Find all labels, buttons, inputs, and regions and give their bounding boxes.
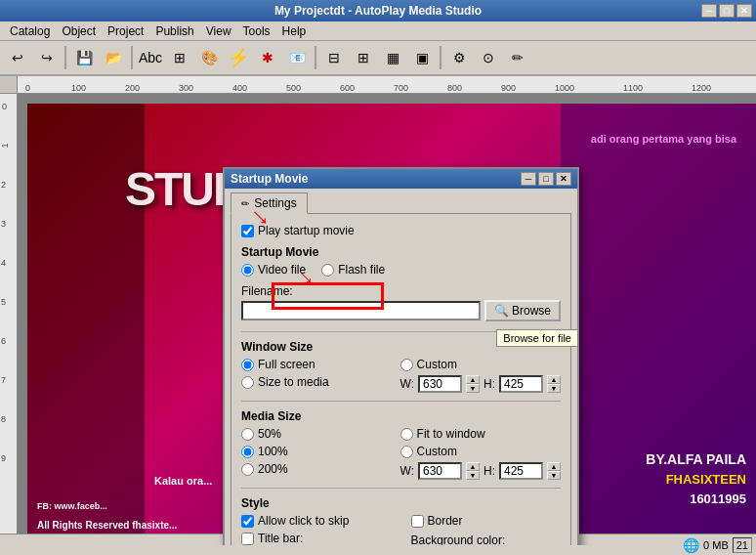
media-size-left: 50% 100% 200% <box>241 427 381 480</box>
toolbar-save[interactable]: 💾 <box>70 44 98 71</box>
dialog-window-controls: ─ □ ✕ <box>521 172 571 186</box>
width-down[interactable]: ▼ <box>466 384 480 393</box>
menu-tools[interactable]: Tools <box>237 22 276 40</box>
width-input[interactable] <box>418 375 462 393</box>
width-up[interactable]: ▲ <box>466 375 480 384</box>
toolbar-pdf[interactable]: ✱ <box>254 44 281 71</box>
height-up[interactable]: ▲ <box>547 375 561 384</box>
dialog-close[interactable]: ✕ <box>556 172 571 186</box>
menu-object[interactable]: Object <box>56 22 102 40</box>
close-button[interactable]: ✕ <box>736 4 752 18</box>
w2-label: W: <box>400 464 414 478</box>
app-title: My Projectdt - AutoPlay Media Studio <box>274 4 482 18</box>
filename-label: Filename: <box>241 284 561 298</box>
toolbar-forward[interactable]: ↪ <box>33 44 61 71</box>
media-height-up[interactable]: ▲ <box>547 462 561 471</box>
border-label: Border <box>428 514 463 528</box>
startup-movie-dialog: Startup Movie ─ □ ✕ ✏ Settings <box>223 167 579 545</box>
toolbar-circle[interactable]: ⊙ <box>475 44 502 71</box>
h2-label: H: <box>483 464 495 478</box>
toolbar-square2[interactable]: ⊞ <box>350 44 377 71</box>
style-right: Border Background color: ▼ <box>411 514 562 545</box>
media-height-input[interactable] <box>499 462 543 480</box>
toolbar-square1[interactable]: ⊟ <box>320 44 348 71</box>
allow-click-label: Allow click to skip <box>258 514 349 528</box>
menu-view[interactable]: View <box>200 22 237 40</box>
dialog-title: Startup Movie <box>231 172 308 186</box>
menu-project[interactable]: Project <box>102 22 149 40</box>
fit-to-win-radio[interactable] <box>400 428 413 441</box>
custom-media-option: Custom <box>400 445 561 458</box>
flash-file-radio[interactable] <box>321 264 334 277</box>
browse-tooltip: Browse for file <box>496 329 578 347</box>
dialog-maximize[interactable]: □ <box>538 172 554 186</box>
toolbar: ↩ ↪ 💾 📂 Abc ⊞ 🎨 ⚡ ✱ 📧 ⊟ ⊞ ▦ ▣ ⚙ ⊙ ✏ <box>0 41 756 76</box>
height-input[interactable] <box>499 375 543 393</box>
size-to-media-radio[interactable] <box>241 376 254 389</box>
custom-media-radio[interactable] <box>400 446 413 458</box>
h-label: H: <box>483 377 495 391</box>
pct200-radio[interactable] <box>241 463 254 476</box>
pct50-label: 50% <box>258 427 281 441</box>
menubar: Catalog Object Project Publish View Tool… <box>0 21 756 41</box>
custom-wh-row: W: ▲ ▼ H: ▲ <box>400 375 561 393</box>
media-width-up[interactable]: ▲ <box>466 462 480 471</box>
pct100-radio[interactable] <box>241 446 254 458</box>
settings-tab-icon: ✏ <box>241 198 249 209</box>
height-down[interactable]: ▼ <box>547 384 561 393</box>
toolbar-grid3[interactable]: ▣ <box>408 44 436 71</box>
media-size-options: 50% 100% 200% <box>241 427 561 480</box>
minimize-button[interactable]: ─ <box>701 4 717 18</box>
toolbar-paint[interactable]: 🎨 <box>195 44 223 71</box>
menu-catalog[interactable]: Catalog <box>4 22 56 40</box>
toolbar-settings[interactable]: ⚙ <box>445 44 473 71</box>
dialog-titlebar: Startup Movie ─ □ ✕ <box>225 169 577 189</box>
menu-publish[interactable]: Publish <box>149 22 199 40</box>
browse-button[interactable]: 🔍 Browse Browse for file <box>484 300 561 321</box>
filename-input[interactable] <box>241 301 481 320</box>
play-startup-checkbox[interactable] <box>241 225 254 237</box>
maximize-button[interactable]: □ <box>719 4 735 18</box>
startup-movie-label: Startup Movie <box>241 245 561 259</box>
size-to-media-option: Size to media <box>241 375 381 389</box>
ruler-container: 0 100 200 300 400 500 600 700 800 900 10… <box>0 76 756 94</box>
fit-to-win-option: Fit to window <box>400 427 561 441</box>
title-bar-checkbox[interactable] <box>241 533 254 545</box>
toolbar-open[interactable]: 📂 <box>100 44 127 71</box>
bg-color-row: Background color: ▼ <box>411 534 562 545</box>
media-width-down[interactable]: ▼ <box>466 471 480 480</box>
tab-settings[interactable]: ✏ Settings <box>231 192 308 214</box>
canvas-area[interactable]: Kalau ora... FB: www.faceb... All Rights… <box>18 94 756 545</box>
dialog-tabs: ✏ Settings <box>225 189 577 213</box>
play-startup-checkbox-row: Play startup movie <box>241 224 561 237</box>
toolbar-grid[interactable]: ⊞ <box>166 44 193 71</box>
toolbar-flash[interactable]: ⚡ <box>225 44 252 71</box>
dialog-minimize[interactable]: ─ <box>521 172 536 186</box>
border-checkbox[interactable] <box>411 515 424 528</box>
toolbar-back[interactable]: ↩ <box>4 44 31 71</box>
border-row: Border <box>411 514 562 528</box>
video-file-radio[interactable] <box>241 264 254 277</box>
toolbar-separator-3 <box>315 46 316 69</box>
height-spinner: ▲ ▼ <box>547 375 561 393</box>
toolbar-mail[interactable]: 📧 <box>283 44 311 71</box>
window-size-left: Full screen Size to media <box>241 358 381 393</box>
custom-win-radio[interactable] <box>400 359 413 371</box>
toolbar-text[interactable]: Abc <box>137 44 164 71</box>
ruler-corner <box>0 76 18 94</box>
menu-help[interactable]: Help <box>276 22 313 40</box>
fullscreen-radio[interactable] <box>241 359 254 371</box>
media-width-spinner: ▲ ▼ <box>466 462 480 480</box>
media-width-input[interactable] <box>418 462 462 480</box>
allow-click-checkbox[interactable] <box>241 515 254 528</box>
pct50-radio[interactable] <box>241 428 254 441</box>
play-startup-label: Play startup movie <box>258 224 355 237</box>
media-height-down[interactable]: ▼ <box>547 471 561 480</box>
pct50-option: 50% <box>241 427 381 441</box>
startup-movie-section: Startup Movie Video file Flash file <box>241 245 561 277</box>
toolbar-pencil[interactable]: ✏ <box>504 44 531 71</box>
ruler-vertical: 0 1 2 3 4 5 6 7 8 9 <box>0 94 18 543</box>
style-left: Allow click to skip Title bar: <box>241 514 392 545</box>
tab-settings-label: Settings <box>254 196 296 210</box>
toolbar-grid2[interactable]: ▦ <box>379 44 406 71</box>
